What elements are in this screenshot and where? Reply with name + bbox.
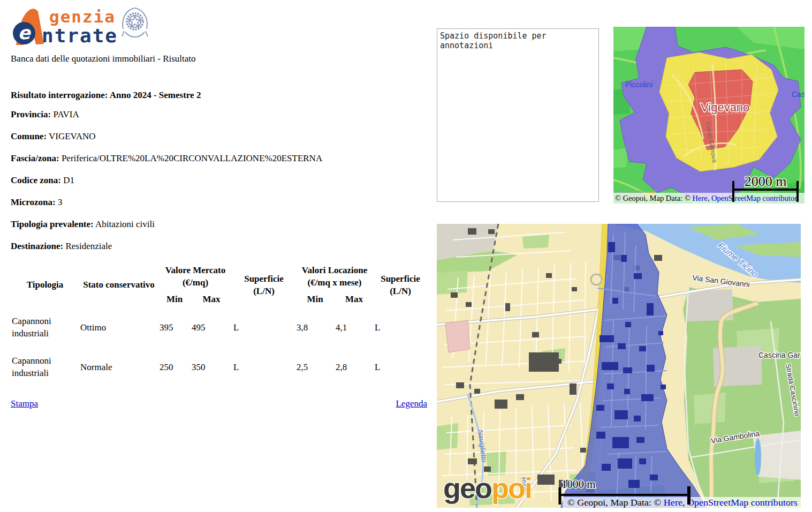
col-header-stato: Stato conservativo	[79, 262, 158, 307]
agenzia-entrate-mark-icon: e	[11, 6, 44, 48]
query-result: Risultato interrogazione: Anno 2024 - Se…	[11, 89, 435, 253]
col-header-tipologia: Tipologia	[11, 262, 79, 307]
scale-label: 1000 m	[561, 478, 596, 491]
page-title: Banca dati delle quotazioni immobiliari …	[11, 54, 435, 64]
italian-republic-emblem-icon	[120, 5, 150, 46]
annotations-textarea[interactable]: Spazio disponibile per annotazioni	[437, 28, 599, 202]
result-title: Risultato interrogazione: Anno 2024 - Se…	[11, 89, 435, 102]
osm-link[interactable]: OpenStreetMap contributor	[711, 194, 797, 202]
col-header-superficie-2: Superficie (L/N)	[374, 262, 427, 307]
quotations-table: Tipologia Stato conservativo Valore Merc…	[11, 262, 427, 387]
logo-text-agenzia: genzia	[49, 9, 118, 25]
field-provincia: Provincia: PAVIA	[11, 108, 435, 121]
city-label: Vigevano	[701, 101, 749, 114]
large-map-attribution: © Geopoi, Map Data: © Here, OpenStreetMa…	[567, 498, 798, 508]
field-fascia-zona: Fascia/zona: Periferica/OLTRE%20LA%20CIR…	[11, 152, 435, 165]
col-header-max-1: Max	[191, 291, 232, 307]
col-header-valori-locazione: Valori Locazione (€/mq x mese)	[295, 262, 374, 291]
agency-logo: e genzia ntrate	[11, 5, 435, 49]
col-header-min-2: Min	[295, 291, 335, 307]
town-label: Piccolini	[625, 80, 652, 89]
street-label-cascina: Cascina Gar	[758, 351, 800, 359]
col-header-min-1: Min	[158, 291, 191, 307]
field-microzona: Microzona: 3	[11, 196, 435, 209]
logo-text-entrate: ntrate	[42, 26, 118, 46]
geopoi-logo: geopoi	[443, 472, 532, 504]
col-header-max-2: Max	[335, 291, 374, 307]
legenda-link[interactable]: Legenda	[396, 398, 427, 409]
field-comune: Comune: VIGEVANO	[11, 130, 435, 143]
here-link[interactable]: Here	[664, 498, 682, 507]
roundabout	[591, 274, 602, 285]
small-map-attribution: © Geopoi, Map Data: © Here, OpenStreetMa…	[615, 194, 797, 202]
actions-row: Stampa Legenda	[11, 398, 427, 409]
table-row: Capannoni industriali Normale 250 350 L …	[11, 347, 427, 387]
field-destinazione: Destinazione: Residenziale	[11, 240, 435, 253]
table-row: Capannoni industriali Ottimo 395 495 L 3…	[11, 307, 427, 347]
stampa-link[interactable]: Stampa	[11, 398, 38, 409]
osm-link[interactable]: OpenStreetMap contributors	[687, 498, 798, 508]
col-header-superficie-1: Superficie (L/N)	[232, 262, 295, 307]
here-link[interactable]: Here	[693, 194, 708, 202]
edge-town-label: Cas	[792, 90, 805, 99]
field-codice-zona: Codice zona: D1	[11, 174, 435, 187]
svg-text:e: e	[18, 22, 31, 43]
col-header-valore-mercato: Valore Mercato (€/mq)	[158, 262, 232, 291]
main-content: e genzia ntrate Banca dati delle quotazi…	[11, 5, 435, 409]
svg-text:geopoi: geopoi	[443, 472, 532, 504]
pond	[755, 438, 761, 476]
zone-overview-map: Piccolini Vigevano Corso Genova Cas geo …	[613, 27, 805, 204]
field-tipologia-prevalente: Tipologia prevalente: Abitazioni civili	[11, 218, 435, 231]
zone-detail-map: Fiume Ticino Via San Giovanni Cascina Ga…	[437, 224, 801, 508]
hospital-pink-area	[445, 320, 470, 352]
scale-label: 2000 m	[745, 174, 787, 189]
